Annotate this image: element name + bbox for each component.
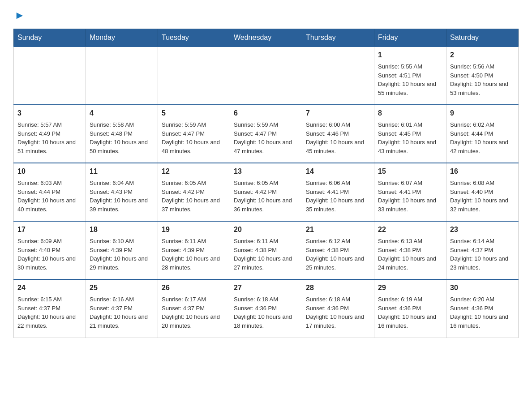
day-info: Sunrise: 5:59 AM Sunset: 4:47 PM Dayligh… <box>234 120 298 155</box>
day-number: 25 <box>90 283 154 293</box>
calendar-day-cell: 5Sunrise: 5:59 AM Sunset: 4:47 PM Daylig… <box>158 105 230 163</box>
day-number: 18 <box>90 224 154 235</box>
day-info: Sunrise: 6:11 AM Sunset: 4:38 PM Dayligh… <box>234 237 298 272</box>
day-number: 10 <box>17 166 82 177</box>
calendar-day-cell: 1Sunrise: 5:55 AM Sunset: 4:51 PM Daylig… <box>374 47 446 105</box>
day-info: Sunrise: 5:55 AM Sunset: 4:51 PM Dayligh… <box>378 62 442 97</box>
calendar-day-cell: 7Sunrise: 6:00 AM Sunset: 4:46 PM Daylig… <box>302 105 374 163</box>
calendar-day-cell: 21Sunrise: 6:12 AM Sunset: 4:38 PM Dayli… <box>302 221 374 279</box>
day-info: Sunrise: 6:19 AM Sunset: 4:36 PM Dayligh… <box>378 295 442 330</box>
calendar-day-cell: 20Sunrise: 6:11 AM Sunset: 4:38 PM Dayli… <box>230 221 302 279</box>
day-number: 24 <box>17 283 82 293</box>
day-number: 21 <box>306 224 370 235</box>
calendar-day-cell: 14Sunrise: 6:06 AM Sunset: 4:41 PM Dayli… <box>302 163 374 221</box>
day-info: Sunrise: 5:59 AM Sunset: 4:47 PM Dayligh… <box>162 120 226 155</box>
day-number: 15 <box>378 166 442 177</box>
calendar-day-cell <box>230 47 302 105</box>
week-row-2: 3Sunrise: 5:57 AM Sunset: 4:49 PM Daylig… <box>14 105 519 163</box>
calendar-day-cell: 6Sunrise: 5:59 AM Sunset: 4:47 PM Daylig… <box>230 105 302 163</box>
day-number: 2 <box>450 50 515 60</box>
day-info: Sunrise: 5:58 AM Sunset: 4:48 PM Dayligh… <box>90 120 154 155</box>
calendar-day-cell: 11Sunrise: 6:04 AM Sunset: 4:43 PM Dayli… <box>86 163 158 221</box>
calendar-day-cell: 2Sunrise: 5:56 AM Sunset: 4:50 PM Daylig… <box>446 47 519 105</box>
day-number: 28 <box>306 283 370 293</box>
calendar-day-cell: 16Sunrise: 6:08 AM Sunset: 4:40 PM Dayli… <box>446 163 519 221</box>
day-number: 6 <box>234 108 298 119</box>
day-number: 19 <box>162 224 226 235</box>
calendar-day-cell <box>86 47 158 105</box>
day-info: Sunrise: 5:57 AM Sunset: 4:49 PM Dayligh… <box>17 120 82 155</box>
day-info: Sunrise: 5:56 AM Sunset: 4:50 PM Dayligh… <box>450 62 515 97</box>
day-info: Sunrise: 6:18 AM Sunset: 4:36 PM Dayligh… <box>234 295 298 330</box>
day-info: Sunrise: 6:10 AM Sunset: 4:39 PM Dayligh… <box>90 237 154 272</box>
day-number: 1 <box>378 50 442 60</box>
weekday-header-wednesday: Wednesday <box>230 29 302 47</box>
weekday-header-sunday: Sunday <box>14 29 86 47</box>
day-number: 14 <box>306 166 370 177</box>
weekday-header-friday: Friday <box>374 29 446 47</box>
day-number: 16 <box>450 166 515 177</box>
day-info: Sunrise: 6:07 AM Sunset: 4:41 PM Dayligh… <box>378 179 442 214</box>
day-number: 17 <box>17 224 82 235</box>
calendar-day-cell: 18Sunrise: 6:10 AM Sunset: 4:39 PM Dayli… <box>86 221 158 279</box>
day-number: 27 <box>234 283 298 293</box>
day-number: 8 <box>378 108 442 119</box>
calendar-table: SundayMondayTuesdayWednesdayThursdayFrid… <box>13 29 519 338</box>
day-number: 7 <box>306 108 370 119</box>
calendar-day-cell: 23Sunrise: 6:14 AM Sunset: 4:37 PM Dayli… <box>446 221 519 279</box>
weekday-header-saturday: Saturday <box>446 29 519 47</box>
day-info: Sunrise: 6:12 AM Sunset: 4:38 PM Dayligh… <box>306 237 370 272</box>
calendar-day-cell <box>302 47 374 105</box>
day-info: Sunrise: 6:05 AM Sunset: 4:42 PM Dayligh… <box>234 179 298 214</box>
week-row-3: 10Sunrise: 6:03 AM Sunset: 4:44 PM Dayli… <box>14 163 519 221</box>
day-info: Sunrise: 6:00 AM Sunset: 4:46 PM Dayligh… <box>306 120 370 155</box>
logo: ► <box>13 9 25 20</box>
day-info: Sunrise: 6:01 AM Sunset: 4:45 PM Dayligh… <box>378 120 442 155</box>
week-row-1: 1Sunrise: 5:55 AM Sunset: 4:51 PM Daylig… <box>14 47 519 105</box>
day-number: 26 <box>162 283 226 293</box>
day-info: Sunrise: 6:11 AM Sunset: 4:39 PM Dayligh… <box>162 237 226 272</box>
calendar-day-cell: 26Sunrise: 6:17 AM Sunset: 4:37 PM Dayli… <box>158 279 230 338</box>
day-info: Sunrise: 6:03 AM Sunset: 4:44 PM Dayligh… <box>17 179 82 214</box>
calendar-day-cell: 30Sunrise: 6:20 AM Sunset: 4:36 PM Dayli… <box>446 279 519 338</box>
calendar-day-cell: 4Sunrise: 5:58 AM Sunset: 4:48 PM Daylig… <box>86 105 158 163</box>
calendar-day-cell: 9Sunrise: 6:02 AM Sunset: 4:44 PM Daylig… <box>446 105 519 163</box>
calendar-day-cell: 13Sunrise: 6:05 AM Sunset: 4:42 PM Dayli… <box>230 163 302 221</box>
calendar-day-cell <box>14 47 86 105</box>
day-number: 12 <box>162 166 226 177</box>
day-info: Sunrise: 6:13 AM Sunset: 4:38 PM Dayligh… <box>378 237 442 272</box>
calendar-day-cell: 28Sunrise: 6:18 AM Sunset: 4:36 PM Dayli… <box>302 279 374 338</box>
calendar-day-cell <box>158 47 230 105</box>
day-info: Sunrise: 6:17 AM Sunset: 4:37 PM Dayligh… <box>162 295 226 330</box>
day-info: Sunrise: 6:02 AM Sunset: 4:44 PM Dayligh… <box>450 120 515 155</box>
day-number: 3 <box>17 108 82 119</box>
calendar-day-cell: 12Sunrise: 6:05 AM Sunset: 4:42 PM Dayli… <box>158 163 230 221</box>
calendar-day-cell: 10Sunrise: 6:03 AM Sunset: 4:44 PM Dayli… <box>14 163 86 221</box>
weekday-header-thursday: Thursday <box>302 29 374 47</box>
day-info: Sunrise: 6:09 AM Sunset: 4:40 PM Dayligh… <box>17 237 82 272</box>
day-number: 30 <box>450 283 515 293</box>
day-info: Sunrise: 6:20 AM Sunset: 4:36 PM Dayligh… <box>450 295 515 330</box>
day-number: 23 <box>450 224 515 235</box>
day-info: Sunrise: 6:15 AM Sunset: 4:37 PM Dayligh… <box>17 295 82 330</box>
weekday-header-tuesday: Tuesday <box>158 29 230 47</box>
calendar-day-cell: 3Sunrise: 5:57 AM Sunset: 4:49 PM Daylig… <box>14 105 86 163</box>
day-number: 13 <box>234 166 298 177</box>
day-number: 11 <box>90 166 154 177</box>
day-number: 22 <box>378 224 442 235</box>
calendar-day-cell: 24Sunrise: 6:15 AM Sunset: 4:37 PM Dayli… <box>14 279 86 338</box>
day-number: 29 <box>378 283 442 293</box>
day-number: 5 <box>162 108 226 119</box>
week-row-5: 24Sunrise: 6:15 AM Sunset: 4:37 PM Dayli… <box>14 279 519 338</box>
day-info: Sunrise: 6:14 AM Sunset: 4:37 PM Dayligh… <box>450 237 515 272</box>
day-info: Sunrise: 6:18 AM Sunset: 4:36 PM Dayligh… <box>306 295 370 330</box>
day-info: Sunrise: 6:04 AM Sunset: 4:43 PM Dayligh… <box>90 179 154 214</box>
day-number: 9 <box>450 108 515 119</box>
day-info: Sunrise: 6:08 AM Sunset: 4:40 PM Dayligh… <box>450 179 515 214</box>
calendar-day-cell: 15Sunrise: 6:07 AM Sunset: 4:41 PM Dayli… <box>374 163 446 221</box>
calendar-day-cell: 19Sunrise: 6:11 AM Sunset: 4:39 PM Dayli… <box>158 221 230 279</box>
day-number: 20 <box>234 224 298 235</box>
day-number: 4 <box>90 108 154 119</box>
calendar-day-cell: 29Sunrise: 6:19 AM Sunset: 4:36 PM Dayli… <box>374 279 446 338</box>
day-info: Sunrise: 6:05 AM Sunset: 4:42 PM Dayligh… <box>162 179 226 214</box>
